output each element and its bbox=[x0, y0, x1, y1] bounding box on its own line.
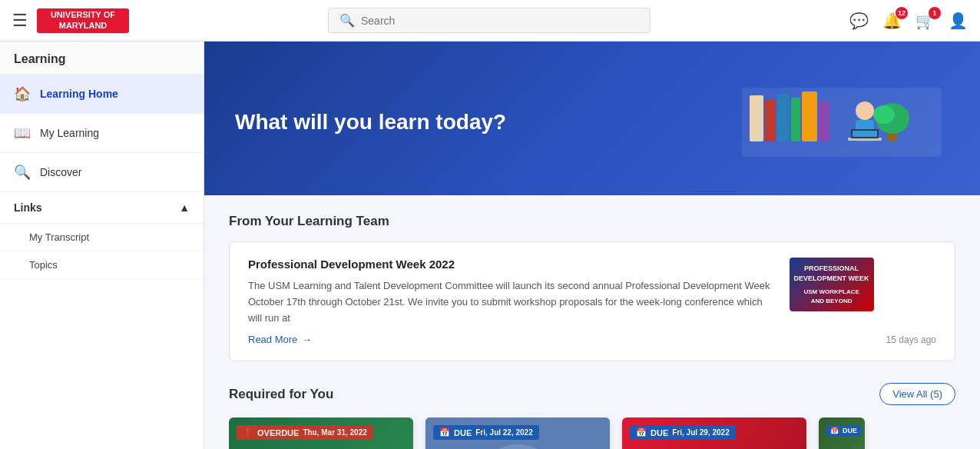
calendar-icon-1: 📅 bbox=[439, 427, 450, 437]
course-card-excel[interactable]: ❗ OVERDUE Thu, Mar 31, 2022 X bbox=[229, 417, 413, 449]
announcement-logo-text: PROFESSIONAL DEVELOPMENT WEEK USM WORKPL… bbox=[794, 264, 869, 305]
announcement-body: Professional Development Week 2022 The U… bbox=[248, 258, 777, 345]
maryland-flag: M bbox=[697, 446, 730, 449]
home-icon: 🏠 bbox=[14, 85, 31, 102]
badge-date-1: Fri, Jul 22, 2022 bbox=[475, 428, 533, 437]
chevron-up-icon: ▲ bbox=[179, 201, 190, 214]
course-card-1[interactable]: 📅 DUE Fri, Jul 22, 2022 bbox=[425, 417, 610, 449]
badge-date-0: Thu, Mar 31, 2022 bbox=[303, 428, 366, 437]
main-content: What will you learn today? bbox=[204, 42, 980, 449]
course-cards-row: ❗ OVERDUE Thu, Mar 31, 2022 X 📅 DUE Fri,… bbox=[229, 417, 955, 449]
sidebar-label-learning-home: Learning Home bbox=[40, 88, 118, 100]
svg-rect-16 bbox=[853, 131, 877, 137]
announcement-timestamp: 15 days ago bbox=[886, 334, 936, 345]
required-header: Required for You View All (5) bbox=[229, 383, 955, 405]
announcement-card: Professional Development Week 2022 The U… bbox=[229, 241, 955, 361]
logo-text: UNIVERSITY OF MARYLAND bbox=[37, 10, 129, 30]
page-content: From Your Learning Team Professional Dev… bbox=[204, 195, 980, 449]
exclamation-icon: ❗ bbox=[243, 427, 253, 437]
svg-rect-1 bbox=[750, 95, 763, 141]
svg-rect-6 bbox=[819, 101, 829, 141]
hero-illustration bbox=[734, 72, 949, 172]
search-input[interactable] bbox=[361, 15, 639, 27]
discover-icon: 🔍 bbox=[14, 164, 31, 181]
sidebar-label-discover: Discover bbox=[40, 166, 81, 178]
required-section-title: Required for You bbox=[229, 387, 333, 402]
sidebar-item-discover[interactable]: 🔍 Discover bbox=[0, 153, 204, 192]
topbar-left: ☰ UNIVERSITY OF MARYLAND bbox=[12, 8, 129, 33]
badge-label-2: DUE bbox=[651, 428, 668, 437]
badge-label-3: DUE bbox=[843, 427, 857, 434]
announcement-section-title: From Your Learning Team bbox=[229, 214, 955, 229]
arrow-right-icon: → bbox=[302, 334, 312, 345]
search-icon: 🔍 bbox=[339, 13, 355, 28]
search-bar[interactable]: 🔍 bbox=[328, 8, 651, 33]
cart-badge: 1 bbox=[929, 7, 941, 19]
book-icon: 📖 bbox=[14, 125, 31, 141]
read-more-label: Read More bbox=[248, 334, 297, 345]
menu-icon[interactable]: ☰ bbox=[12, 11, 28, 31]
profile-icon[interactable]: 👤 bbox=[949, 12, 968, 30]
sidebar-item-learning-home[interactable]: 🏠 Learning Home bbox=[0, 75, 204, 114]
logo[interactable]: UNIVERSITY OF MARYLAND bbox=[37, 8, 129, 33]
hero-section: What will you learn today? bbox=[204, 42, 980, 195]
cart-icon[interactable]: 🛒 1 bbox=[915, 12, 935, 30]
due-badge-3: 📅 DUE bbox=[826, 425, 861, 436]
topbar-right: 💬 🔔 12 🛒 1 👤 bbox=[849, 12, 968, 30]
user-icon: 👤 bbox=[949, 12, 968, 29]
badge-label-0: OVERDUE bbox=[257, 428, 299, 437]
svg-rect-2 bbox=[765, 99, 776, 141]
messages-icon-symbol: 💬 bbox=[849, 12, 869, 29]
view-all-button[interactable]: View All (5) bbox=[879, 383, 955, 405]
svg-point-10 bbox=[856, 101, 874, 120]
notifications-icon[interactable]: 🔔 12 bbox=[882, 12, 902, 30]
sidebar-label-transcript: My Transcript bbox=[29, 231, 89, 243]
badge-label-1: DUE bbox=[454, 428, 472, 437]
logo-image: UNIVERSITY OF MARYLAND bbox=[37, 8, 129, 33]
sidebar-item-my-learning[interactable]: 📖 My Learning bbox=[0, 114, 204, 153]
announcement-title: Professional Development Week 2022 bbox=[248, 258, 777, 271]
svg-point-9 bbox=[873, 105, 895, 124]
overdue-badge: ❗ OVERDUE Thu, Mar 31, 2022 bbox=[237, 425, 373, 440]
hero-heading: What will you learn today? bbox=[235, 110, 506, 135]
due-badge-2: 📅 DUE Fri, Jul 29, 2022 bbox=[630, 425, 736, 440]
calendar-icon-3: 📅 bbox=[830, 427, 839, 434]
hero-text: What will you learn today? bbox=[235, 110, 506, 135]
main-layout: Learning 🏠 Learning Home 📖 My Learning 🔍… bbox=[0, 42, 980, 449]
links-header[interactable]: Links ▲ bbox=[0, 192, 204, 224]
svg-rect-3 bbox=[777, 94, 790, 141]
badge-date-2: Fri, Jul 29, 2022 bbox=[672, 428, 730, 437]
sidebar-item-topics[interactable]: Topics bbox=[0, 251, 204, 279]
svg-rect-4 bbox=[791, 98, 800, 141]
due-badge-1: 📅 DUE Fri, Jul 22, 2022 bbox=[433, 425, 539, 440]
messages-icon[interactable]: 💬 bbox=[849, 12, 869, 30]
sidebar-label-topics: Topics bbox=[29, 259, 58, 271]
sidebar-item-my-transcript[interactable]: My Transcript bbox=[0, 224, 204, 251]
sidebar-label-my-learning: My Learning bbox=[40, 127, 99, 139]
calendar-icon-2: 📅 bbox=[636, 427, 647, 437]
notification-badge: 12 bbox=[896, 7, 908, 19]
svg-rect-5 bbox=[802, 91, 817, 141]
announcement-logo: PROFESSIONAL DEVELOPMENT WEEK USM WORKPL… bbox=[790, 258, 874, 311]
sidebar: Learning 🏠 Learning Home 📖 My Learning 🔍… bbox=[0, 42, 204, 449]
sidebar-section-header: Learning bbox=[0, 42, 204, 75]
links-label: Links bbox=[14, 201, 42, 214]
read-more-link[interactable]: Read More → bbox=[248, 334, 777, 345]
topbar: ☰ UNIVERSITY OF MARYLAND 🔍 💬 🔔 12 🛒 1 👤 bbox=[0, 0, 980, 42]
course-card-3[interactable]: 📅 DUE bbox=[819, 417, 865, 449]
course-card-2[interactable]: 📅 DUE Fri, Jul 29, 2022 M bbox=[622, 417, 806, 449]
announcement-text: The USM Learning and Talent Development … bbox=[248, 278, 777, 326]
